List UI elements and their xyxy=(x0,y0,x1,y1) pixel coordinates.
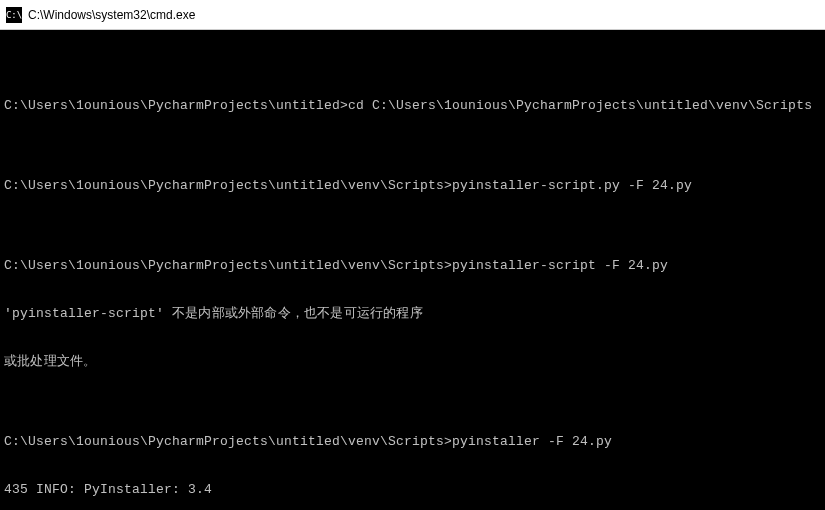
terminal-line: 或批处理文件。 xyxy=(4,354,821,370)
terminal-line: C:\Users\1ounious\PycharmProjects\untitl… xyxy=(4,98,821,114)
window-titlebar: C:\ C:\Windows\system32\cmd.exe xyxy=(0,0,825,30)
cmd-icon: C:\ xyxy=(6,7,22,23)
terminal-output[interactable]: C:\Users\1ounious\PycharmProjects\untitl… xyxy=(0,30,825,510)
window-title: C:\Windows\system32\cmd.exe xyxy=(28,8,195,22)
terminal-line: C:\Users\1ounious\PycharmProjects\untitl… xyxy=(4,434,821,450)
terminal-line: 'pyinstaller-script' 不是内部或外部命令，也不是可运行的程序 xyxy=(4,306,821,322)
terminal-line: C:\Users\1ounious\PycharmProjects\untitl… xyxy=(4,258,821,274)
terminal-line: C:\Users\1ounious\PycharmProjects\untitl… xyxy=(4,178,821,194)
terminal-line: 435 INFO: PyInstaller: 3.4 xyxy=(4,482,821,498)
